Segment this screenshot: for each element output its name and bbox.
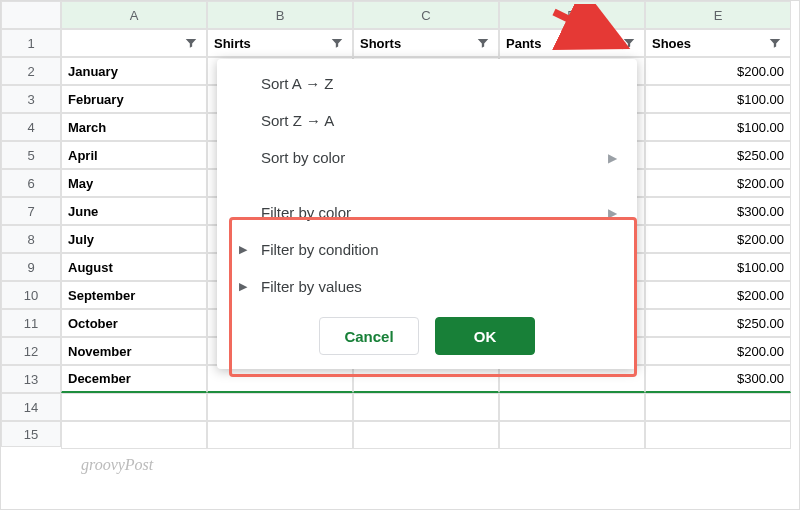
cell-C15[interactable] bbox=[353, 421, 499, 449]
cell-A2[interactable]: January bbox=[61, 57, 207, 85]
cell-A6[interactable]: May bbox=[61, 169, 207, 197]
cell-A15[interactable] bbox=[61, 421, 207, 449]
menu-label: Filter by condition bbox=[261, 241, 379, 258]
corner-cell[interactable] bbox=[1, 1, 61, 29]
menu-filter-color[interactable]: Filter by color ▶ bbox=[217, 194, 637, 231]
menu-label: Sort by color bbox=[261, 149, 345, 166]
row-header-6[interactable]: 6 bbox=[1, 169, 61, 197]
row-header-9[interactable]: 9 bbox=[1, 253, 61, 281]
cell-A8[interactable]: July bbox=[61, 225, 207, 253]
cell-E9[interactable]: $100.00 bbox=[645, 253, 791, 281]
row-header-13[interactable]: 13 bbox=[1, 365, 61, 393]
filter-icon[interactable] bbox=[766, 34, 784, 52]
cell-E15[interactable] bbox=[645, 421, 791, 449]
cell-C13[interactable] bbox=[353, 365, 499, 393]
col-header-A[interactable]: A bbox=[61, 1, 207, 29]
cell-D1[interactable]: Pants bbox=[499, 29, 645, 57]
cell-A9[interactable]: August bbox=[61, 253, 207, 281]
cell-D13[interactable] bbox=[499, 365, 645, 393]
filter-menu: Sort A → Z Sort Z → A Sort by color ▶ Fi… bbox=[217, 59, 637, 369]
row-header-1[interactable]: 1 bbox=[1, 29, 61, 57]
cell-D14[interactable] bbox=[499, 393, 645, 421]
row-header-11[interactable]: 11 bbox=[1, 309, 61, 337]
cell-A10[interactable]: September bbox=[61, 281, 207, 309]
cell-D15[interactable] bbox=[499, 421, 645, 449]
cell-A4[interactable]: March bbox=[61, 113, 207, 141]
menu-label: Sort Z → A bbox=[261, 112, 334, 129]
cell-A5[interactable]: April bbox=[61, 141, 207, 169]
cell-E2[interactable]: $200.00 bbox=[645, 57, 791, 85]
cell-A3[interactable]: February bbox=[61, 85, 207, 113]
cell-E8[interactable]: $200.00 bbox=[645, 225, 791, 253]
cell-E3[interactable]: $100.00 bbox=[645, 85, 791, 113]
cell-B1[interactable]: Shirts bbox=[207, 29, 353, 57]
cell-C14[interactable] bbox=[353, 393, 499, 421]
cell-E6[interactable]: $200.00 bbox=[645, 169, 791, 197]
header-label: Shoes bbox=[652, 36, 691, 51]
cell-E12[interactable]: $200.00 bbox=[645, 337, 791, 365]
cell-E7[interactable]: $300.00 bbox=[645, 197, 791, 225]
cell-E14[interactable] bbox=[645, 393, 791, 421]
filter-icon[interactable] bbox=[328, 34, 346, 52]
chevron-right-icon: ▶ bbox=[608, 151, 617, 165]
cell-B13[interactable] bbox=[207, 365, 353, 393]
row-header-3[interactable]: 3 bbox=[1, 85, 61, 113]
row-header-5[interactable]: 5 bbox=[1, 141, 61, 169]
cell-E4[interactable]: $100.00 bbox=[645, 113, 791, 141]
chevron-right-icon: ▶ bbox=[239, 243, 247, 256]
cell-E11[interactable]: $250.00 bbox=[645, 309, 791, 337]
button-label: Cancel bbox=[344, 328, 393, 345]
filter-icon[interactable] bbox=[620, 34, 638, 52]
header-label: Shorts bbox=[360, 36, 401, 51]
cell-E13[interactable]: $300.00 bbox=[645, 365, 791, 393]
filter-icon[interactable] bbox=[182, 34, 200, 52]
row-header-12[interactable]: 12 bbox=[1, 337, 61, 365]
cell-E5[interactable]: $250.00 bbox=[645, 141, 791, 169]
menu-label: Sort A → Z bbox=[261, 75, 334, 92]
col-header-B[interactable]: B bbox=[207, 1, 353, 29]
cell-A1[interactable] bbox=[61, 29, 207, 57]
ok-button[interactable]: OK bbox=[435, 317, 535, 355]
cell-B14[interactable] bbox=[207, 393, 353, 421]
menu-label: Filter by values bbox=[261, 278, 362, 295]
cell-A13[interactable]: December bbox=[61, 365, 207, 393]
watermark: groovyPost bbox=[81, 456, 153, 474]
cell-B15[interactable] bbox=[207, 421, 353, 449]
cell-A12[interactable]: November bbox=[61, 337, 207, 365]
row-header-8[interactable]: 8 bbox=[1, 225, 61, 253]
header-label: Shirts bbox=[214, 36, 251, 51]
menu-label: Filter by color bbox=[261, 204, 351, 221]
col-header-E[interactable]: E bbox=[645, 1, 791, 29]
cell-A7[interactable]: June bbox=[61, 197, 207, 225]
chevron-right-icon: ▶ bbox=[239, 280, 247, 293]
row-header-2[interactable]: 2 bbox=[1, 57, 61, 85]
cell-A11[interactable]: October bbox=[61, 309, 207, 337]
menu-filter-values[interactable]: ▶ Filter by values bbox=[217, 268, 637, 305]
cell-E1[interactable]: Shoes bbox=[645, 29, 791, 57]
header-label: Pants bbox=[506, 36, 541, 51]
row-header-10[interactable]: 10 bbox=[1, 281, 61, 309]
row-header-7[interactable]: 7 bbox=[1, 197, 61, 225]
row-header-4[interactable]: 4 bbox=[1, 113, 61, 141]
cell-E10[interactable]: $200.00 bbox=[645, 281, 791, 309]
button-label: OK bbox=[474, 328, 497, 345]
cell-A14[interactable] bbox=[61, 393, 207, 421]
col-header-D[interactable]: D bbox=[499, 1, 645, 29]
row-header-15[interactable]: 15 bbox=[1, 421, 61, 447]
menu-filter-condition[interactable]: ▶ Filter by condition bbox=[217, 231, 637, 268]
menu-sort-za[interactable]: Sort Z → A bbox=[217, 102, 637, 139]
menu-sort-color[interactable]: Sort by color ▶ bbox=[217, 139, 637, 176]
cell-C1[interactable]: Shorts bbox=[353, 29, 499, 57]
chevron-right-icon: ▶ bbox=[608, 206, 617, 220]
cancel-button[interactable]: Cancel bbox=[319, 317, 419, 355]
row-header-14[interactable]: 14 bbox=[1, 393, 61, 421]
menu-sort-az[interactable]: Sort A → Z bbox=[217, 65, 637, 102]
filter-icon[interactable] bbox=[474, 34, 492, 52]
col-header-C[interactable]: C bbox=[353, 1, 499, 29]
